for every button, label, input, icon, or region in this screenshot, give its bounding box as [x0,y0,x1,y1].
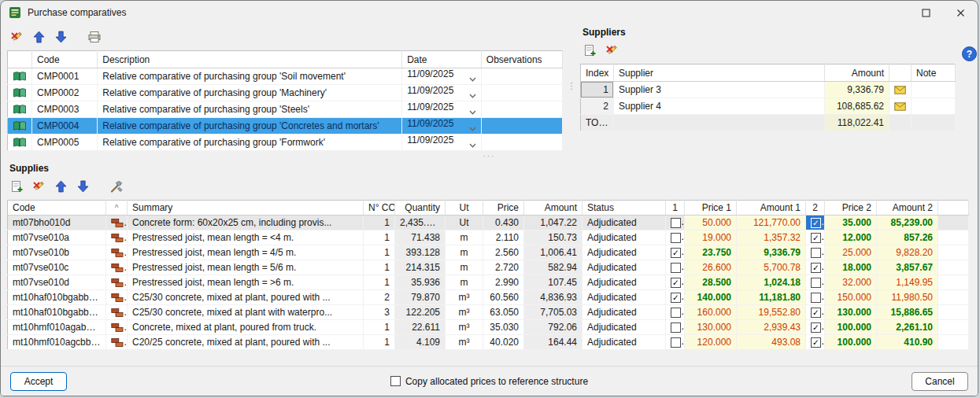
column-header-summary[interactable]: Summary [128,201,364,216]
column-header-price-1[interactable]: Price 1 [685,201,737,216]
supply-row[interactable]: mt07bho010dConcrete form: 60x20x25 cm, i… [8,216,969,230]
supplier1-select-cell[interactable] [666,305,685,320]
column-header-amount-1[interactable]: Amount 1 [737,201,806,216]
supplier-row[interactable]: 2Supplier 4108,685.62 [581,98,956,115]
supplier1-select-cell[interactable] [666,216,685,230]
column-header-n-cc[interactable]: N° CC [364,201,395,216]
supplier2-select-cell[interactable] [806,245,825,260]
close-button[interactable] [943,1,978,24]
supplier2-select-cell[interactable]: ✓ [806,230,825,245]
date-dropdown-icon[interactable] [469,90,476,101]
supplier1-select-cell[interactable] [666,335,685,350]
date-dropdown-icon[interactable] [469,73,476,84]
column-header-2[interactable]: 2 [806,201,825,216]
comparative-date[interactable]: 11/09/2025 [402,118,482,135]
supplier1-select-cell[interactable] [666,260,685,275]
column-header-description[interactable]: Description [98,51,402,68]
column-header-supplier[interactable]: Supplier [614,64,825,82]
supply-row[interactable]: mt07vse010aPrestressed joist, mean lengt… [8,230,969,245]
comparative-row[interactable]: CMP0001Relative comparative of purchasin… [8,68,563,85]
column-header-blank[interactable] [938,201,969,216]
column-header-code[interactable]: Code [8,201,106,216]
supplier2-select-cell[interactable] [806,290,825,305]
comparative-date[interactable]: 11/09/2025 [402,68,482,85]
supplier-note-icon-cell[interactable] [889,98,912,115]
column-header-amount-2[interactable]: Amount 2 [877,201,938,216]
column-header-price-2[interactable]: Price 2 [825,201,877,216]
date-dropdown-icon[interactable] [469,123,476,134]
supplier1-select-cell[interactable] [666,320,685,335]
supply-row[interactable]: mt10hmf010agcbbbaC20/25 concrete, mixed … [8,335,969,350]
copy-prices-checkbox[interactable]: Copy allocated prices to reference struc… [67,376,912,387]
vertical-splitter[interactable] [563,24,580,151]
column-header-observations[interactable]: Observations [481,51,562,68]
supplier2-select-cell[interactable]: ✓ [806,335,825,350]
supply-row[interactable]: mt07vse010cPrestressed joist, mean lengt… [8,260,969,275]
delete-button[interactable] [602,42,622,60]
supply-row[interactable]: mt10hmf010agabbaaConcrete, mixed at plan… [8,320,969,335]
supplier2-select-cell[interactable]: ✓ [806,260,825,275]
move-down-button[interactable] [73,178,93,196]
supply-amount: 1,047.22 [524,216,582,230]
date-value: 11/09/2025 [407,101,453,112]
column-header-ut[interactable]: Ut [446,201,483,216]
help-button[interactable]: ? [962,46,977,61]
column-header-blank[interactable] [8,51,32,68]
supply-row[interactable]: mt07vse010dPrestressed joist, mean lengt… [8,275,969,290]
supply-summary: Concrete, mixed at plant, poured from tr… [128,320,364,335]
add-button[interactable] [7,178,27,196]
supplier-index[interactable]: 1 [581,82,614,98]
comparative-observations [481,68,562,85]
comparative-date[interactable]: 11/09/2025 [402,135,482,151]
move-up-button[interactable] [51,178,71,196]
comparative-row[interactable]: CMP0003Relative comparative of purchasin… [8,101,563,118]
column-header-status[interactable]: Status [582,201,666,216]
supply-row[interactable]: mt10haf010bgabbbaaC25/30 concrete, mixed… [8,305,969,320]
date-dropdown-icon[interactable] [469,139,476,150]
supplier2-select-cell[interactable]: ✓ [806,305,825,320]
supplier1-select-cell[interactable]: ✓ [666,245,685,260]
supplier-note-icon-cell[interactable] [889,82,912,98]
column-header-amount[interactable]: Amount [524,201,582,216]
move-down-button[interactable] [51,28,71,46]
comparative-date[interactable]: 11/09/2025 [402,85,482,101]
column-header-1[interactable]: 1 [666,201,685,216]
date-dropdown-icon[interactable] [469,106,476,117]
supply-row[interactable]: mt07vse010bPrestressed joist, mean lengt… [8,245,969,260]
horizontal-splitter[interactable] [1,151,978,160]
supplier2-select-cell[interactable]: ✓ [806,320,825,335]
column-header-date[interactable]: Date [402,51,482,68]
delete-button[interactable] [29,178,49,196]
column-header-index[interactable]: Index [581,64,614,82]
configure-button[interactable] [106,178,126,196]
supplier1-select-cell[interactable] [666,230,685,245]
column-header-blank[interactable] [889,64,912,82]
supplier1-select-cell[interactable]: ✓ [666,290,685,305]
column-header-note[interactable]: Note [912,64,956,82]
supply-price: 2.990 [483,275,524,290]
supplier-index[interactable]: 2 [581,98,614,115]
column-header-code[interactable]: Code [32,51,98,68]
titlebar: Purchase comparatives [1,1,978,24]
comparative-row[interactable]: CMP0002Relative comparative of purchasin… [8,85,563,101]
column-header-amount[interactable]: Amount [825,64,889,82]
comparative-row[interactable]: CMP0004Relative comparative of purchasin… [8,118,563,135]
delete-button[interactable] [7,28,27,46]
accept-button[interactable]: Accept [10,372,67,391]
column-header-price[interactable]: Price [483,201,524,216]
column-header-quantity[interactable]: Quantity [395,201,446,216]
supplier-row[interactable]: 1Supplier 39,336.79 [581,82,956,98]
comparative-row[interactable]: CMP0005Relative comparative of purchasin… [8,135,563,151]
comparative-date[interactable]: 11/09/2025 [402,101,482,118]
cancel-button[interactable]: Cancel [912,372,968,391]
supplier1-select-cell[interactable]: ✓ [666,275,685,290]
move-up-button[interactable] [29,28,49,46]
sort-indicator[interactable]: ^ [106,201,128,216]
supply-row[interactable]: mt10haf010bgabbabaC25/30 concrete, mixed… [8,290,969,305]
supplier2-amount: 410.90 [877,335,938,350]
add-button[interactable] [580,42,600,60]
supplier2-select-cell[interactable] [806,275,825,290]
supplier2-select-cell[interactable]: ✓ [806,216,825,230]
maximize-button[interactable] [908,1,943,24]
report-button[interactable] [84,28,104,46]
